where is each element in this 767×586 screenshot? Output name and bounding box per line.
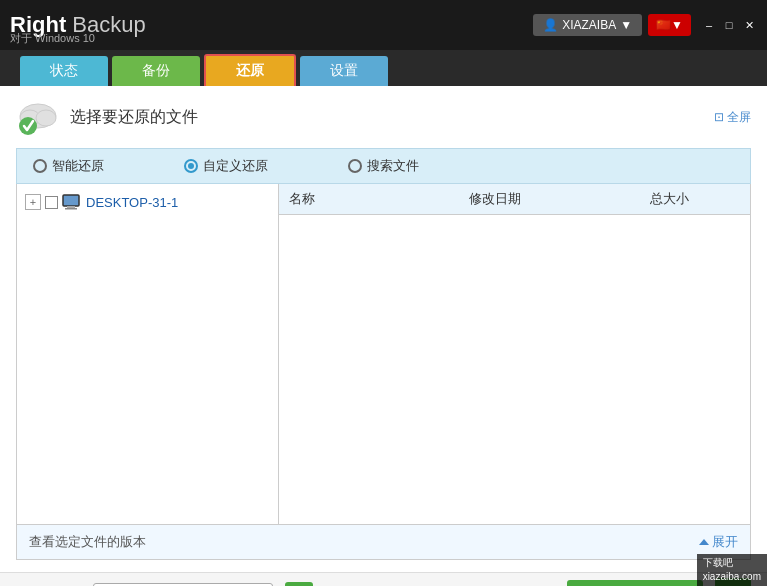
content-header-title: 选择要还原的文件 <box>70 107 198 128</box>
svg-point-2 <box>36 110 56 126</box>
file-tree-panel: + DESKTOP-31-1 <box>17 184 279 524</box>
radio-custom-label: 自定义还原 <box>203 157 268 175</box>
radio-custom-restore[interactable]: 自定义还原 <box>184 157 268 175</box>
header-left: 选择要还原的文件 <box>16 98 198 136</box>
tree-expand-icon[interactable]: + <box>25 194 41 210</box>
cloud-icon <box>16 98 60 136</box>
user-dropdown-icon: ▼ <box>620 18 632 32</box>
restore-button[interactable]: 立即还原 <box>567 580 703 587</box>
main-content: 选择要还原的文件 ⊡ 全屏 智能还原 自定义还原 搜索文件 + <box>0 86 767 572</box>
table-header: 名称 修改日期 总大小 <box>279 184 750 215</box>
file-browser: + DESKTOP-31-1 名称 修改日期 总大小 <box>16 184 751 525</box>
svg-rect-6 <box>65 208 77 210</box>
fullscreen-label: 全屏 <box>727 109 751 126</box>
user-icon: 👤 <box>543 18 558 32</box>
fullscreen-icon: ⊡ <box>714 110 724 124</box>
fullscreen-button[interactable]: ⊡ 全屏 <box>714 109 751 126</box>
radio-options-row: 智能还原 自定义还原 搜索文件 <box>16 148 751 184</box>
computer-icon <box>62 194 82 210</box>
titlebar: Right Backup 对于 Windows 10 👤 XIAZAIBA ▼ … <box>0 0 767 50</box>
window-controls: – □ ✕ <box>701 17 757 33</box>
tab-status[interactable]: 状态 <box>20 56 108 86</box>
user-button[interactable]: 👤 XIAZAIBA ▼ <box>533 14 642 36</box>
close-button[interactable]: ✕ <box>741 17 757 33</box>
expand-button[interactable]: 展开 <box>699 533 738 551</box>
radio-smart-restore[interactable]: 智能还原 <box>33 157 104 175</box>
tree-checkbox[interactable] <box>45 196 58 209</box>
chevron-up-icon <box>699 539 709 545</box>
file-table-panel: 名称 修改日期 总大小 <box>279 184 750 524</box>
table-body <box>279 215 750 495</box>
expand-label: 展开 <box>712 533 738 551</box>
maximize-button[interactable]: □ <box>721 17 737 33</box>
radio-smart-label: 智能还原 <box>52 157 104 175</box>
col-name-header: 名称 <box>289 190 469 208</box>
titlebar-controls: 👤 XIAZAIBA ▼ 🇨🇳▼ – □ ✕ <box>533 14 757 36</box>
svg-point-3 <box>19 117 37 135</box>
refresh-button[interactable]: ↻ <box>285 582 313 587</box>
navbar: 状态 备份 还原 设置 <box>0 50 767 86</box>
radio-custom-circle <box>184 159 198 173</box>
content-header: 选择要还原的文件 ⊡ 全屏 <box>16 98 751 136</box>
version-bar-label: 查看选定文件的版本 <box>29 533 146 551</box>
footer: 来源选择： DESKTOP-31-1 ▼ ↻ 立即还原 <box>0 572 767 586</box>
minimize-button[interactable]: – <box>701 17 717 33</box>
tab-restore[interactable]: 还原 <box>204 54 296 86</box>
watermark: 下载吧xiazaiba.com <box>697 554 767 586</box>
svg-rect-5 <box>67 206 75 208</box>
subtitle: 对于 Windows 10 <box>10 31 95 46</box>
col-size-header: 总大小 <box>650 190 740 208</box>
radio-search-files[interactable]: 搜索文件 <box>348 157 419 175</box>
col-date-header: 修改日期 <box>469 190 649 208</box>
version-bar: 查看选定文件的版本 展开 <box>16 525 751 560</box>
tab-settings[interactable]: 设置 <box>300 56 388 86</box>
tab-backup[interactable]: 备份 <box>112 56 200 86</box>
svg-rect-4 <box>63 195 79 206</box>
tree-item-label: DESKTOP-31-1 <box>86 195 178 210</box>
radio-search-label: 搜索文件 <box>367 157 419 175</box>
tree-item-desktop[interactable]: + DESKTOP-31-1 <box>25 192 270 212</box>
radio-search-circle <box>348 159 362 173</box>
user-label: XIAZAIBA <box>562 18 616 32</box>
radio-smart-circle <box>33 159 47 173</box>
flag-button[interactable]: 🇨🇳▼ <box>648 14 691 36</box>
